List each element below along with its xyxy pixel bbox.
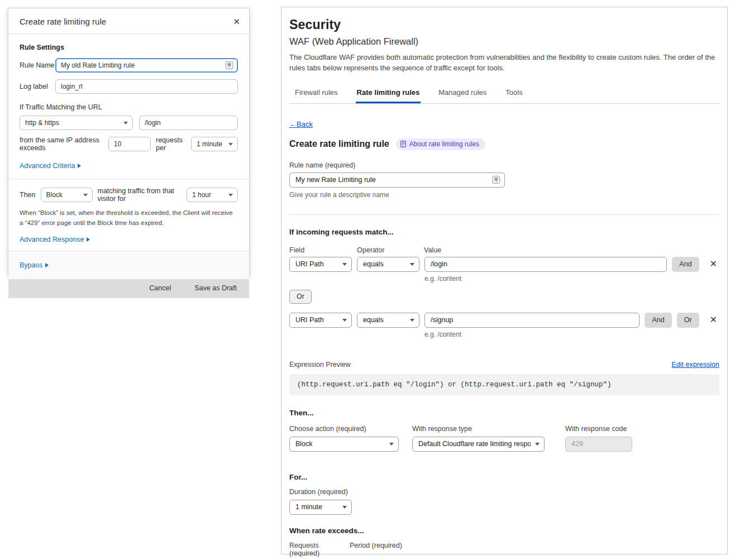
for-heading: For...	[289, 473, 719, 481]
or-connector-button[interactable]: Or	[289, 290, 312, 304]
divider	[289, 214, 719, 215]
rate-heading: When rate exceeds...	[289, 527, 719, 535]
chevron-down-icon	[342, 319, 347, 322]
input-extension-icon	[225, 61, 233, 70]
operator-select-value: equals	[363, 316, 384, 324]
about-badge-label: About rate limiting rules	[409, 140, 479, 148]
choose-action-label: Choose action (required)	[289, 425, 399, 433]
log-label-input[interactable]	[55, 79, 238, 94]
field-select[interactable]: URI Path	[289, 257, 352, 272]
field-select[interactable]: URI Path	[289, 313, 352, 328]
operator-select[interactable]: equals	[357, 313, 419, 328]
expression-preview-box: (http.request.uri.path eq "/login") or (…	[289, 374, 719, 395]
operator-select[interactable]: equals	[357, 257, 419, 272]
duration-select[interactable]: 1 minute	[289, 500, 352, 515]
input-extension-icon	[492, 176, 500, 184]
dialog-footer: Cancel Save as Draft	[8, 279, 249, 298]
condition-column-labels: Field Operator Value	[289, 246, 719, 254]
response-type-select[interactable]: Default Cloudflare rate limiting respons…	[412, 437, 545, 452]
choose-action-select[interactable]: Block	[289, 437, 399, 452]
rule-name-input[interactable]	[55, 58, 238, 73]
ban-duration-select[interactable]: 1 hour	[187, 188, 238, 202]
or-button[interactable]: Or	[677, 313, 699, 328]
ban-duration-value: 1 hour	[192, 191, 211, 199]
page-description: The Cloudflare WAF provides both automat…	[289, 52, 719, 74]
tab-rate-limiting-rules[interactable]: Rate limiting rules	[356, 85, 421, 103]
bypass-link[interactable]: Bypass	[20, 261, 49, 269]
and-button[interactable]: And	[672, 257, 699, 272]
cancel-button[interactable]: Cancel	[149, 284, 171, 292]
create-rate-limiting-rule-dialog: Create rate limiting rule ✕ Rule Setting…	[8, 8, 250, 276]
match-heading: If incoming requests match...	[289, 228, 719, 236]
back-link[interactable]: ←Back	[289, 120, 313, 128]
threshold-row: from the same IP address exceeds request…	[20, 136, 238, 152]
then-row: Then Block matching traffic from that vi…	[20, 187, 238, 203]
response-code-input	[565, 437, 632, 452]
advanced-response-link[interactable]: Advanced Response	[20, 236, 90, 243]
log-label-label: Log label	[20, 83, 55, 90]
condition-row: URI Path equals And Or ✕	[289, 313, 719, 328]
rule-name-row: Rule Name	[20, 58, 238, 73]
scheme-select[interactable]: http & https	[20, 116, 133, 130]
value-input[interactable]	[424, 257, 667, 272]
requests-count-input[interactable]	[108, 137, 151, 151]
chevron-down-icon	[410, 263, 414, 266]
edit-expression-link[interactable]: Edit expression	[672, 361, 719, 368]
response-code-label: With response code	[565, 425, 632, 433]
field-column-label: Field	[289, 246, 357, 254]
scheme-select-value: http & https	[25, 119, 59, 127]
rule-name-input[interactable]	[289, 173, 505, 188]
save-as-draft-button[interactable]: Save as Draft	[194, 284, 237, 292]
period-select-value: 1 minute	[197, 140, 222, 148]
chevron-down-icon	[228, 194, 233, 197]
divider	[8, 179, 249, 179]
waf-tabs: Firewall rules Rate limiting rules Manag…	[289, 85, 719, 104]
value-hint: e.g. /content	[424, 275, 719, 283]
chevron-down-icon	[228, 143, 233, 146]
matching-text: matching traffic from that visitor for	[98, 187, 182, 203]
action-select-value: Block	[46, 191, 63, 199]
document-icon	[400, 141, 406, 147]
chevron-down-icon	[83, 194, 88, 197]
operator-column-label: Operator	[357, 246, 424, 254]
advanced-response-label: Advanced Response	[20, 236, 84, 243]
response-type-label: With response type	[412, 425, 545, 433]
disclosure-triangle-icon	[78, 164, 81, 168]
advanced-criteria-link[interactable]: Advanced Criteria	[20, 162, 81, 170]
screen: Create rate limiting rule ✕ Rule Setting…	[0, 0, 735, 560]
block-help-text: When “Block” is set, when the threshold …	[20, 208, 233, 228]
back-arrow-icon: ←	[289, 120, 297, 128]
then-text: Then	[20, 191, 36, 199]
field-select-value: URI Path	[295, 260, 324, 268]
action-select[interactable]: Block	[41, 188, 93, 202]
tab-firewall-rules[interactable]: Firewall rules	[294, 85, 339, 103]
rule-settings-heading: Rule Settings	[20, 44, 238, 51]
remove-condition-icon[interactable]: ✕	[708, 314, 719, 326]
rule-name-input-wrap	[55, 58, 238, 73]
chevron-down-icon	[342, 263, 347, 266]
bypass-section: Bypass	[8, 251, 249, 279]
period-select[interactable]: 1 minute	[191, 137, 238, 151]
choose-action-value: Block	[295, 440, 313, 448]
close-icon[interactable]: ✕	[233, 17, 240, 26]
tab-tools[interactable]: Tools	[504, 85, 523, 103]
value-input[interactable]	[424, 313, 639, 328]
page-subtitle: WAF (Web Application Firewall)	[289, 36, 719, 47]
remove-condition-icon[interactable]: ✕	[708, 259, 719, 270]
exceeds-text: from the same IP address exceeds	[20, 136, 103, 152]
rule-name-label: Rule Name	[20, 61, 55, 69]
page-title: Security	[289, 17, 719, 32]
tab-managed-rules[interactable]: Managed rules	[437, 85, 488, 103]
then-heading: Then...	[289, 409, 719, 417]
chevron-down-icon	[123, 122, 128, 125]
advanced-criteria-label: Advanced Criteria	[20, 162, 75, 170]
about-rate-limiting-badge[interactable]: About rate limiting rules	[396, 138, 485, 150]
field-select-value: URI Path	[295, 316, 324, 324]
and-button[interactable]: And	[645, 313, 671, 328]
chevron-down-icon	[410, 319, 414, 322]
duration-label: Duration (required)	[289, 488, 719, 496]
chevron-down-icon	[535, 443, 540, 446]
value-column-label: Value	[424, 246, 441, 254]
url-input[interactable]	[139, 116, 238, 130]
response-type-value: Default Cloudflare rate limiting respons…	[418, 440, 531, 448]
